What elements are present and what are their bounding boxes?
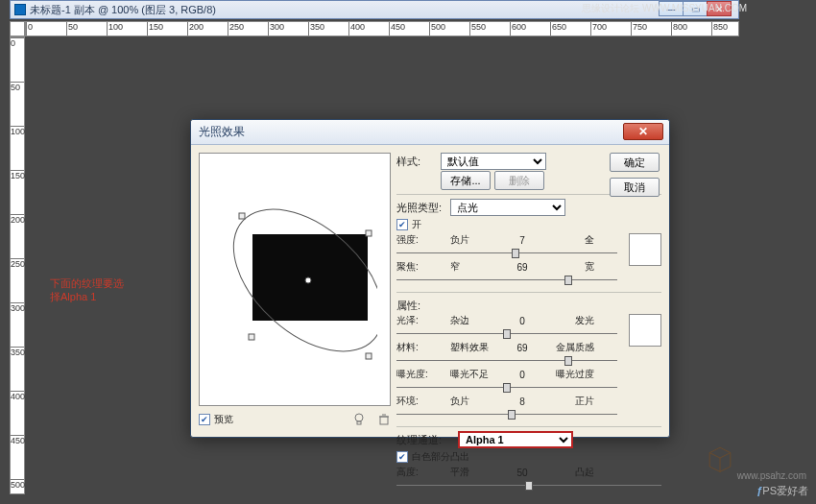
preview-canvas[interactable] — [199, 153, 391, 406]
dialog-titlebar[interactable]: 光照效果 — [191, 120, 669, 145]
light-on-label: 开 — [412, 218, 421, 231]
app-frame: WWW.3DUX.COM 未标题-1 副本 @ 100% (图层 3, RGB/… — [0, 0, 816, 504]
ok-button[interactable]: 确定 — [610, 153, 660, 172]
ruler-tick: 0 — [26, 22, 33, 36]
lighting-effects-dialog: 光照效果 ✕ 确定 取消 — [190, 119, 670, 438]
ruler-tick: 100 — [11, 126, 24, 136]
ruler-tick: 600 — [510, 22, 526, 36]
ruler-tick: 650 — [550, 22, 566, 36]
light-color-swatch[interactable] — [629, 233, 661, 266]
preview-pane: ✔ 预览 — [199, 153, 391, 429]
annotation-line: 择Alpha 1 — [50, 290, 156, 303]
preview-label: 预览 — [214, 413, 233, 426]
svg-rect-4 — [249, 334, 254, 340]
cancel-button[interactable]: 取消 — [610, 178, 660, 197]
forum-watermark: 思缘设计论坛 WWW.MISSYUAN.COM — [582, 2, 747, 15]
3d-box-icon — [703, 441, 737, 475]
ruler-tick: 150 — [11, 170, 24, 180]
material-slider[interactable]: 材料: 塑料效果 69 金属质感 — [396, 341, 617, 354]
style-label: 样式: — [396, 155, 437, 169]
ruler-tick: 300 — [11, 302, 24, 313]
psahz-link: www.psahz.com — [737, 470, 806, 481]
ruler-tick: 500 — [11, 479, 24, 490]
ruler-vertical: 050100150200250300350400450500 — [10, 36, 25, 494]
trash-icon[interactable] — [377, 413, 391, 426]
ruler-tick: 400 — [348, 22, 365, 36]
exposure-slider[interactable]: 曝光度: 曝光不足 0 曝光过度 — [396, 368, 617, 381]
watermark-bottom-right: ƒPS爱好者 — [756, 484, 808, 498]
svg-rect-7 — [357, 421, 361, 424]
annotation-text: 下面的纹理要选 择Alpha 1 — [50, 276, 156, 303]
light-type-label: 光照类型: — [396, 201, 446, 215]
ruler-tick: 750 — [631, 22, 647, 36]
ruler-tick: 800 — [671, 22, 687, 36]
save-style-button[interactable]: 存储... — [441, 171, 491, 190]
white-high-label: 白色部分凸出 — [412, 450, 469, 464]
svg-rect-5 — [366, 353, 372, 359]
annotation-line: 下面的纹理要选 — [50, 276, 156, 290]
svg-point-6 — [355, 414, 363, 421]
ruler-tick: 250 — [11, 258, 24, 269]
ruler-tick: 700 — [590, 22, 607, 36]
intensity-slider[interactable]: 强度: 负片 7 全 — [396, 233, 617, 247]
svg-point-0 — [214, 182, 377, 379]
height-slider[interactable]: 高度: 平滑 50 凸起 — [396, 466, 661, 479]
ruler-tick: 200 — [187, 22, 204, 36]
ruler-tick: 350 — [308, 22, 324, 36]
ruler-tick: 550 — [469, 22, 486, 36]
ruler-tick: 850 — [711, 22, 728, 36]
ambience-slider[interactable]: 环境: 负片 8 正片 — [396, 395, 617, 408]
document-title: 未标题-1 副本 @ 100% (图层 3, RGB/8) — [30, 3, 216, 17]
ruler-tick: 50 — [11, 82, 24, 92]
ruler-corner — [10, 21, 25, 36]
lightbulb-icon[interactable] — [352, 413, 366, 426]
preview-checkbox[interactable]: ✔ — [199, 414, 210, 425]
ambient-color-swatch[interactable] — [629, 314, 661, 347]
dialog-close-button[interactable]: ✕ — [623, 123, 663, 140]
ruler-tick: 150 — [147, 22, 163, 36]
light-on-checkbox[interactable]: ✔ — [396, 219, 408, 230]
ruler-tick: 400 — [11, 391, 24, 401]
ruler-tick: 500 — [429, 22, 445, 36]
ruler-tick: 100 — [107, 22, 123, 36]
svg-rect-8 — [380, 417, 388, 424]
dialog-title: 光照效果 — [199, 124, 245, 140]
white-high-checkbox[interactable]: ✔ — [396, 451, 408, 463]
properties-label: 属性: — [396, 299, 446, 313]
document-icon — [14, 4, 26, 15]
focus-slider[interactable]: 聚焦: 窄 69 宽 — [396, 260, 617, 274]
svg-rect-3 — [366, 230, 372, 236]
svg-rect-2 — [239, 213, 245, 219]
ruler-tick: 450 — [389, 22, 405, 36]
svg-point-1 — [305, 277, 311, 283]
texture-channel-select[interactable]: Alpha 1 — [458, 431, 573, 448]
ruler-horizontal: 0501001502002503003504004505005506006507… — [25, 21, 739, 36]
ruler-tick: 0 — [11, 37, 24, 48]
ruler-tick: 300 — [268, 22, 284, 36]
ruler-tick: 200 — [11, 214, 24, 225]
light-type-select[interactable]: 点光 — [450, 199, 565, 216]
texture-channel-label: 纹理通道: — [396, 433, 454, 447]
gloss-slider[interactable]: 光泽: 杂边 0 发光 — [396, 314, 617, 327]
ruler-tick: 450 — [11, 435, 24, 445]
delete-style-button: 删除 — [494, 171, 544, 190]
ruler-tick: 250 — [228, 22, 244, 36]
ruler-tick: 350 — [11, 347, 24, 357]
ruler-tick: 50 — [66, 22, 78, 36]
style-select[interactable]: 默认值 — [441, 153, 546, 170]
